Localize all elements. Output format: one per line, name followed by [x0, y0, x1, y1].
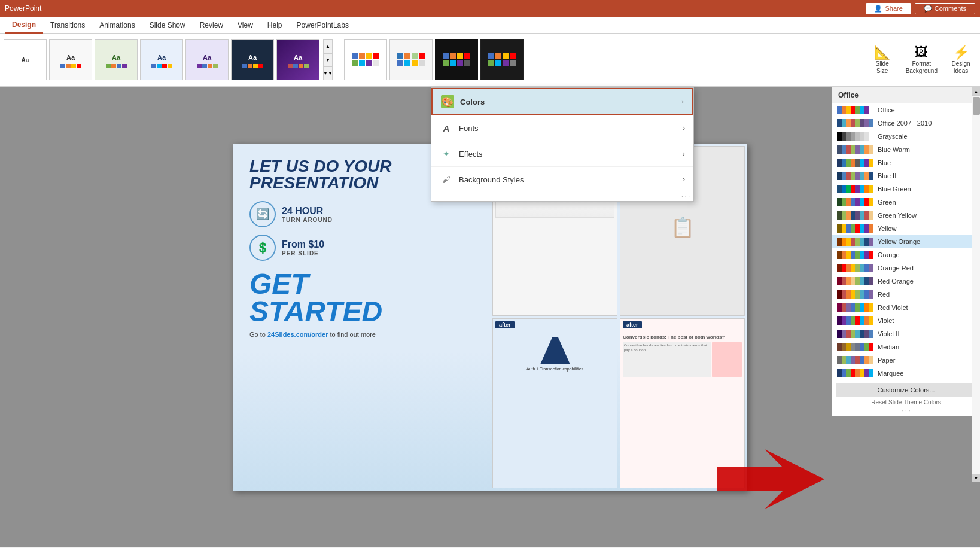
feature-1-icon: 🔄 [249, 201, 276, 227]
color-item[interactable]: Office 2007 - 2010 [832, 117, 980, 130]
dropdown-bottom-dots: · · · [431, 192, 693, 201]
color-item[interactable]: Office [832, 103, 980, 117]
themes-scroll-up[interactable]: ▲ [323, 39, 333, 53]
color-swatch [837, 303, 873, 312]
scroll-down-button[interactable]: ▼ [972, 474, 981, 482]
color-item[interactable]: Green [832, 196, 980, 209]
color-swatch [837, 145, 873, 154]
color-item[interactable]: Red Orange [832, 275, 980, 288]
color-name: Office 2007 - 2010 [878, 120, 932, 127]
scrollbar: ▲ ▼ [972, 87, 980, 482]
color-name: Office [878, 106, 895, 114]
tab-view[interactable]: View [230, 17, 260, 34]
theme-variants [339, 39, 528, 80]
color-name: Red Violet [878, 304, 908, 311]
effects-label: Effects [459, 150, 683, 159]
color-item[interactable]: Marquee [832, 367, 980, 380]
design-ideas-button[interactable]: ⚡ DesignIdeas [945, 38, 976, 81]
color-name: Blue Warm [878, 146, 910, 153]
customize-colors-button[interactable]: Customize Colors... [836, 383, 976, 397]
tab-review[interactable]: Review [193, 17, 230, 34]
variant-1[interactable] [344, 39, 387, 80]
color-item[interactable]: Blue II [832, 169, 980, 182]
theme-2[interactable]: Aa [49, 39, 92, 80]
slide-size-button[interactable]: 📐 SlideSize [867, 38, 898, 81]
color-item[interactable]: Orange [832, 248, 980, 261]
theme-5[interactable]: Aa [185, 39, 229, 80]
tab-transitions[interactable]: Transitions [43, 17, 92, 34]
colors-panel-header: Office [832, 87, 980, 103]
main-area: LET US DO YOUR PRESENTATION 🔄 24 HOUR TU… [0, 87, 980, 547]
variant-4[interactable] [480, 39, 524, 80]
color-item[interactable]: Green Yellow [832, 209, 980, 222]
theme-6[interactable]: Aa [231, 39, 274, 80]
effects-menu-item[interactable]: ✦ Effects › [431, 141, 693, 167]
color-swatch [837, 330, 873, 338]
colors-panel: Office OfficeOffice 2007 - 2010Grayscale… [832, 87, 980, 416]
more-dots: · · · [836, 407, 976, 414]
color-swatch [837, 172, 873, 180]
color-item[interactable]: Violet [832, 314, 980, 327]
feature-2-icon: 💲 [249, 235, 276, 261]
color-name: Violet [878, 317, 894, 324]
fonts-arrow: › [683, 124, 685, 132]
color-name: Orange [878, 251, 900, 258]
colors-label: Colors [460, 98, 681, 106]
background-styles-menu-item[interactable]: 🖌 Background Styles › [431, 167, 693, 192]
color-item[interactable]: Paper [832, 354, 980, 367]
color-swatch [837, 224, 873, 233]
scroll-thumb[interactable] [973, 97, 980, 115]
color-item[interactable]: Violet II [832, 327, 980, 340]
color-item[interactable]: Red [832, 288, 980, 301]
color-item[interactable]: Blue Green [832, 182, 980, 196]
effects-arrow: › [683, 150, 685, 158]
color-swatch [837, 119, 873, 127]
color-item[interactable]: Blue [832, 156, 980, 169]
scroll-up-button[interactable]: ▲ [972, 87, 981, 96]
format-bg-icon: 🖼 [915, 45, 928, 60]
theme-7[interactable]: Aa [276, 39, 319, 80]
color-name: Green Yellow [878, 212, 917, 219]
fonts-menu-item[interactable]: A Fonts › [431, 115, 693, 141]
ribbon-tabs: Design Transitions Animations Slide Show… [0, 17, 980, 34]
color-name: Red Orange [878, 278, 914, 285]
tab-powerpointlabs[interactable]: PowerPointLabs [290, 17, 356, 34]
dropdown-menu: 🎨 Colors › A Fonts › ✦ Effects › 🖌 Backg… [431, 87, 694, 202]
feature-1: 🔄 24 HOUR TURN AROUND [249, 201, 467, 227]
tab-design[interactable]: Design [5, 17, 43, 34]
variant-3[interactable] [435, 39, 478, 80]
tab-animations[interactable]: Animations [92, 17, 142, 34]
after-preview-2: after Convertible bonds: The best of bot… [620, 318, 745, 488]
color-swatch [837, 198, 873, 206]
color-item[interactable]: Yellow [832, 222, 980, 235]
color-name: Orange Red [878, 264, 914, 272]
color-swatch [837, 251, 873, 259]
color-item[interactable]: Yellow Orange [832, 235, 980, 248]
slide-bottom-text: Go to 24Slides.com/order to find out mor… [249, 331, 467, 338]
variant-2[interactable] [389, 39, 433, 80]
color-item[interactable]: Median [832, 340, 980, 354]
color-item[interactable]: Red Violet [832, 301, 980, 314]
share-button[interactable]: 👤 Share [866, 3, 911, 14]
tab-help[interactable]: Help [260, 17, 290, 34]
theme-3[interactable]: Aa [95, 39, 138, 80]
themes-scroll-all[interactable]: ▼▼ [323, 66, 333, 80]
color-name: Grayscale [878, 133, 908, 140]
color-swatch [837, 356, 873, 364]
colors-arrow: › [681, 98, 684, 106]
theme-4[interactable]: Aa [140, 39, 183, 80]
comments-button[interactable]: 💬 Comments [915, 3, 975, 14]
color-item[interactable]: Blue Warm [832, 143, 980, 156]
background-styles-arrow: › [683, 175, 685, 184]
color-item[interactable]: Orange Red [832, 261, 980, 275]
feature-1-sub: TURN AROUND [282, 217, 333, 223]
colors-menu-item[interactable]: 🎨 Colors › [431, 88, 693, 115]
feature-2-sub: PER SLIDE [282, 250, 324, 257]
tab-slideshow[interactable]: Slide Show [142, 17, 193, 34]
color-item[interactable]: Grayscale [832, 130, 980, 143]
reset-theme-colors[interactable]: Reset Slide Theme Colors [836, 397, 976, 407]
share-icon: 👤 [874, 5, 882, 13]
theme-blank[interactable]: Aa [4, 39, 47, 80]
themes-scroll-down[interactable]: ▼ [323, 53, 333, 67]
format-background-button[interactable]: 🖼 Format Background [900, 38, 943, 81]
